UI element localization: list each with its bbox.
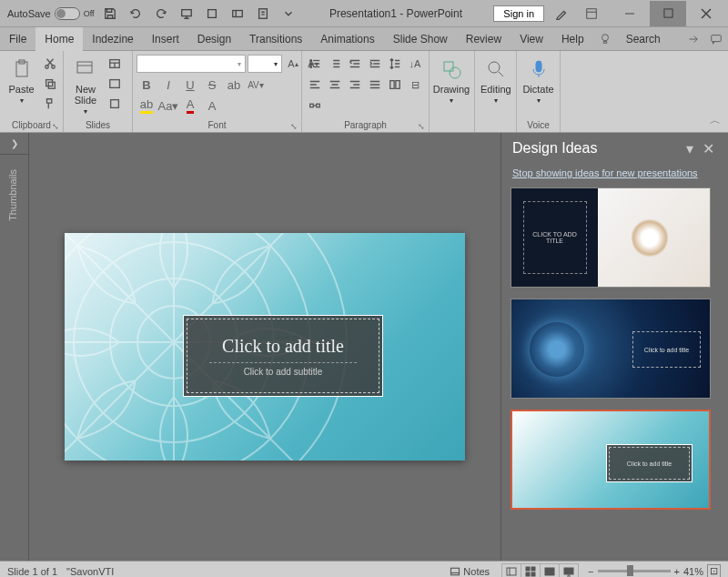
align-center-button[interactable] <box>326 76 344 94</box>
comments-button[interactable] <box>704 27 728 51</box>
fit-to-window-button[interactable]: ⊡ <box>707 564 721 577</box>
editing-button[interactable]: Editing▾ <box>479 55 513 106</box>
maximize-button[interactable] <box>650 1 686 26</box>
design-idea-3[interactable]: Click to add title <box>511 410 711 510</box>
thumbnails-panel-collapsed[interactable]: ❯ Thumbnails <box>0 133 29 561</box>
svg-rect-21 <box>310 104 314 107</box>
notes-button[interactable]: Notes <box>446 562 493 578</box>
collapse-ribbon-icon[interactable]: ︿ <box>710 113 721 128</box>
dictate-button[interactable]: Dictate▾ <box>521 55 556 106</box>
redo-button[interactable] <box>151 4 171 24</box>
smartart-button[interactable] <box>306 96 324 115</box>
bullets-button[interactable] <box>306 55 324 73</box>
zoom-in-button[interactable]: + <box>674 566 680 577</box>
font-size-select[interactable]: ▾ <box>248 55 282 73</box>
strikethrough-button[interactable]: S <box>202 76 222 94</box>
paste-button[interactable]: Paste ▾ <box>4 55 39 106</box>
close-pane-icon[interactable]: ✕ <box>699 140 717 157</box>
format-painter-button[interactable] <box>41 95 59 113</box>
zoom-percentage[interactable]: 41% <box>683 566 703 577</box>
expand-chevron-icon[interactable]: ❯ <box>0 133 28 155</box>
save-button[interactable] <box>100 4 120 24</box>
shadow-button[interactable]: ab <box>224 76 244 94</box>
cut-button[interactable] <box>41 55 59 73</box>
design-ideas-title: Design Ideas <box>512 140 597 157</box>
sign-in-button[interactable]: Sign in <box>493 5 544 22</box>
new-slide-button[interactable]: New Slide ▾ <box>67 55 104 117</box>
minimize-button[interactable] <box>612 1 648 26</box>
text-direction-button[interactable]: ↓A <box>406 55 424 73</box>
tab-transitions[interactable]: Transitions <box>240 27 311 51</box>
dialog-launcher-icon[interactable]: ⤡ <box>290 122 298 131</box>
italic-button[interactable]: I <box>158 76 178 94</box>
section-button[interactable] <box>106 95 124 113</box>
thumbnails-label: Thumbnails <box>7 169 18 221</box>
copy-button[interactable] <box>41 75 59 93</box>
highlight-button[interactable]: ab <box>136 96 157 115</box>
svg-rect-4 <box>587 8 597 18</box>
share-button[interactable] <box>681 27 704 51</box>
reading-view-button[interactable] <box>540 563 560 578</box>
tab-indezine[interactable]: Indezine <box>83 27 142 51</box>
tab-file[interactable]: File <box>0 27 35 51</box>
search-label[interactable]: Search <box>617 27 670 51</box>
increase-indent-button[interactable] <box>366 55 384 73</box>
qat-button-1[interactable] <box>202 4 222 24</box>
title-text: Click to add title <box>222 336 344 357</box>
undo-button[interactable] <box>126 4 146 24</box>
tell-me-lightbulb-icon[interactable] <box>593 27 617 51</box>
dialog-launcher-icon[interactable]: ⤡ <box>52 122 59 131</box>
slide-indicator[interactable]: Slide 1 of 1 <box>7 566 57 577</box>
spacing-button[interactable]: AV▾ <box>246 76 266 94</box>
ribbon-options-button[interactable] <box>573 1 610 26</box>
tab-help[interactable]: Help <box>552 27 593 51</box>
sorter-view-button[interactable] <box>521 563 541 578</box>
bold-button[interactable]: B <box>136 76 157 94</box>
design-idea-2[interactable]: Click to add title <box>511 299 711 399</box>
normal-view-button[interactable] <box>501 563 521 578</box>
clear-formatting-button[interactable]: A <box>202 96 222 115</box>
align-left-button[interactable] <box>306 76 324 94</box>
present-from-start-button[interactable] <box>177 4 197 24</box>
tab-slideshow[interactable]: Slide Show <box>384 27 457 51</box>
tab-view[interactable]: View <box>511 27 552 51</box>
numbering-button[interactable] <box>326 55 344 73</box>
tab-design[interactable]: Design <box>188 27 240 51</box>
qat-button-3[interactable] <box>253 4 273 24</box>
pen-icon[interactable] <box>551 4 571 24</box>
dialog-launcher-icon[interactable]: ⤡ <box>418 122 425 131</box>
svg-rect-2 <box>232 10 242 16</box>
columns-button[interactable] <box>386 76 404 94</box>
tab-review[interactable]: Review <box>457 27 511 51</box>
tab-insert[interactable]: Insert <box>143 27 188 51</box>
close-button[interactable] <box>688 1 724 26</box>
autosave-toggle[interactable]: AutoSave Off <box>7 7 95 20</box>
design-idea-1[interactable]: CLICK TO ADD TITLE <box>511 187 711 288</box>
zoom-out-button[interactable]: − <box>588 566 593 577</box>
align-right-button[interactable] <box>346 76 364 94</box>
font-family-select[interactable]: ▾ <box>136 55 246 73</box>
justify-button[interactable] <box>366 76 384 94</box>
align-text-button[interactable]: ⊟ <box>406 76 424 94</box>
line-spacing-button[interactable] <box>386 55 404 73</box>
qat-button-2[interactable] <box>228 4 248 24</box>
reset-button[interactable] <box>106 75 124 93</box>
layout-button[interactable] <box>106 55 124 73</box>
drawing-button[interactable]: Drawing▾ <box>433 55 470 106</box>
language-indicator[interactable]: "SavonVTI <box>66 566 114 577</box>
title-placeholder[interactable]: Click to add title Click to add subtitle <box>183 315 383 397</box>
increase-font-button[interactable]: A▴ <box>284 55 302 73</box>
zoom-slider[interactable] <box>598 570 671 572</box>
underline-button[interactable]: U <box>180 76 200 94</box>
decrease-indent-button[interactable] <box>346 55 364 73</box>
tab-animations[interactable]: Animations <box>311 27 383 51</box>
tab-home[interactable]: Home <box>35 27 83 51</box>
change-case-button[interactable]: Aa▾ <box>158 96 178 115</box>
group-label: Clipboard <box>12 120 51 130</box>
pane-options-icon[interactable]: ▾ <box>681 140 699 157</box>
font-color-button[interactable]: A <box>180 96 200 115</box>
qat-customize[interactable] <box>278 4 298 24</box>
stop-showing-link[interactable]: Stop showing ideas for new presentations <box>501 164 728 187</box>
slide[interactable]: Click to add title Click to add subtitle <box>65 233 465 461</box>
slideshow-view-button[interactable] <box>559 563 579 578</box>
